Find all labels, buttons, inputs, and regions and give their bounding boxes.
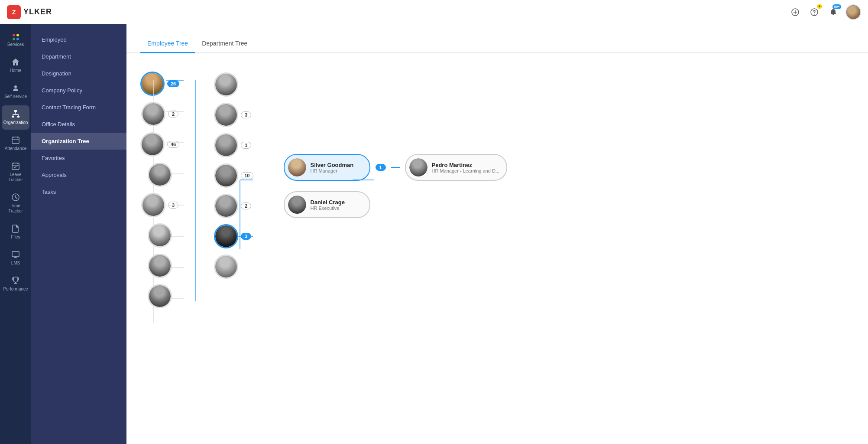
tab-department-tree[interactable]: Department Tree [195, 35, 254, 53]
badge-lc5: 3 [168, 202, 178, 209]
sidebar-item-tasks[interactable]: Tasks [31, 183, 126, 200]
logo-icon: Z [7, 5, 21, 19]
avatar-lc1 [140, 72, 165, 96]
daniel-name: Daniel Crage [311, 199, 363, 206]
daniel-crage-card[interactable]: Daniel Crage HR Executive [284, 191, 370, 218]
sidebar-item-approvals[interactable]: Approvals [31, 166, 126, 183]
sidebar-item-company-policy[interactable]: Company Policy [31, 82, 126, 99]
lms-icon [11, 250, 20, 259]
logo-area: Z YLKER [7, 5, 52, 19]
svg-rect-7 [12, 163, 19, 170]
add-button[interactable] [788, 5, 802, 19]
notifications-button[interactable]: 99+ [826, 5, 840, 19]
svg-rect-4 [12, 116, 14, 118]
mid-node-3[interactable]: 1 [214, 133, 253, 157]
user-avatar[interactable] [845, 4, 861, 20]
left-node-2[interactable]: 2 [141, 102, 178, 126]
mid-node-4[interactable]: 10 [214, 163, 253, 188]
badge-mc6: 3 [241, 233, 251, 240]
icon-nav: Services Home Self-service Organization … [0, 24, 31, 444]
top-header: Z YLKER ✦ 99+ [0, 0, 868, 24]
leave-tracker-label: Leave Tracker [3, 172, 28, 183]
silver-goodman-card[interactable]: Silver Goodman HR Manager [284, 154, 370, 181]
sidebar-item-services[interactable]: Services [2, 29, 29, 52]
header-right: ✦ 99+ [788, 4, 861, 20]
sidebar-item-time-tracker[interactable]: Time Tracker [2, 189, 29, 218]
person-icon [11, 84, 20, 92]
avatar-lc2 [141, 102, 165, 126]
sidebar-item-attendance[interactable]: Attendance [2, 131, 29, 156]
trophy-icon [11, 276, 20, 285]
lms-label: LMS [11, 261, 20, 266]
left-node-4[interactable] [148, 163, 172, 187]
grid-icon [13, 34, 19, 40]
daniel-row: Daniel Crage HR Executive [284, 191, 508, 218]
silver-name: Silver Goodman [311, 162, 363, 168]
leave-tracker-icon [11, 162, 20, 170]
sidebar-item-home[interactable]: Home [2, 53, 29, 78]
avatar-lc6 [148, 223, 172, 248]
silver-role: HR Manager [311, 168, 363, 173]
avatar-lc4 [148, 163, 172, 187]
left-avatar-column: 26 2 46 [140, 72, 179, 308]
main-layout: Services Home Self-service Organization … [0, 24, 868, 444]
silver-info: Silver Goodman HR Manager [311, 162, 363, 173]
organization-label: Organization [3, 120, 28, 125]
sidebar-item-employee[interactable]: Employee [31, 31, 126, 48]
silver-avatar [288, 158, 306, 176]
badge-mc2: 3 [241, 111, 251, 118]
svg-rect-5 [17, 116, 19, 118]
sidebar-item-designation[interactable]: Designation [31, 65, 126, 82]
sidebar-item-files[interactable]: Files [2, 220, 29, 244]
mid-node-6[interactable]: 3 [214, 224, 253, 248]
mid-node-7[interactable] [214, 255, 253, 279]
avatar-lc7 [148, 254, 172, 278]
performance-label: Performance [3, 287, 28, 292]
sidebar-item-contact-tracing[interactable]: Contact Tracing Form [31, 99, 126, 116]
left-node-1[interactable]: 26 [140, 72, 179, 96]
sidebar-item-office-details[interactable]: Office Details [31, 116, 126, 133]
stars-badge: ✦ [817, 4, 822, 9]
avatar-lc5 [141, 193, 165, 217]
sidebar-item-lms[interactable]: LMS [2, 246, 29, 270]
left-node-5[interactable]: 3 [141, 193, 178, 217]
mid-node-2[interactable]: 3 [214, 103, 253, 127]
notification-badge: 99+ [832, 4, 841, 9]
pedro-martinez-card[interactable]: Pedro Martinez HR Manager - Learning and… [405, 154, 508, 181]
sidebar-item-leave-tracker[interactable]: Leave Tracker [2, 157, 29, 187]
left-node-3[interactable]: 46 [140, 132, 179, 157]
sidebar-item-department[interactable]: Department [31, 48, 126, 65]
help-button[interactable]: ✦ [807, 5, 821, 19]
badge-mc5: 2 [241, 202, 251, 209]
files-icon [11, 224, 20, 233]
pedro-info: Pedro Martinez HR Manager - Learning and… [432, 162, 500, 173]
left-node-6[interactable] [148, 223, 172, 248]
logo-text: YLKER [23, 7, 52, 16]
sidebar-item-self-service[interactable]: Self-service [2, 79, 29, 104]
sidebar-item-organization[interactable]: Organization [2, 105, 29, 130]
sidebar-item-favorites[interactable]: Favorites [31, 150, 126, 166]
sidebar-item-performance[interactable]: Performance [2, 272, 29, 296]
mid-node-1[interactable] [214, 72, 253, 97]
sidebar-item-org-tree[interactable]: Organization Tree [31, 133, 126, 150]
daniel-info: Daniel Crage HR Executive [311, 199, 363, 211]
home-icon [11, 58, 20, 66]
mid-node-5[interactable]: 2 [214, 194, 253, 218]
tab-employee-tree[interactable]: Employee Tree [140, 35, 195, 53]
avatar-mc3 [214, 133, 238, 157]
pedro-role: HR Manager - Learning and D... [432, 168, 500, 173]
org-tree-container: 26 2 46 [126, 53, 868, 357]
avatar-mc7 [214, 255, 238, 279]
daniel-avatar [288, 196, 306, 214]
home-label: Home [10, 68, 22, 73]
left-node-8[interactable] [148, 284, 172, 308]
content-area: Employee Tree Department Tree [126, 24, 868, 444]
daniel-role: HR Executive [311, 206, 363, 211]
avatar-mc2 [214, 103, 238, 127]
sidebar: Employee Department Designation Company … [31, 24, 126, 444]
org-icon [11, 110, 20, 118]
avatar-mc5 [214, 194, 238, 218]
clock-icon [11, 193, 20, 202]
files-label: Files [11, 235, 20, 240]
left-node-7[interactable] [148, 254, 172, 278]
